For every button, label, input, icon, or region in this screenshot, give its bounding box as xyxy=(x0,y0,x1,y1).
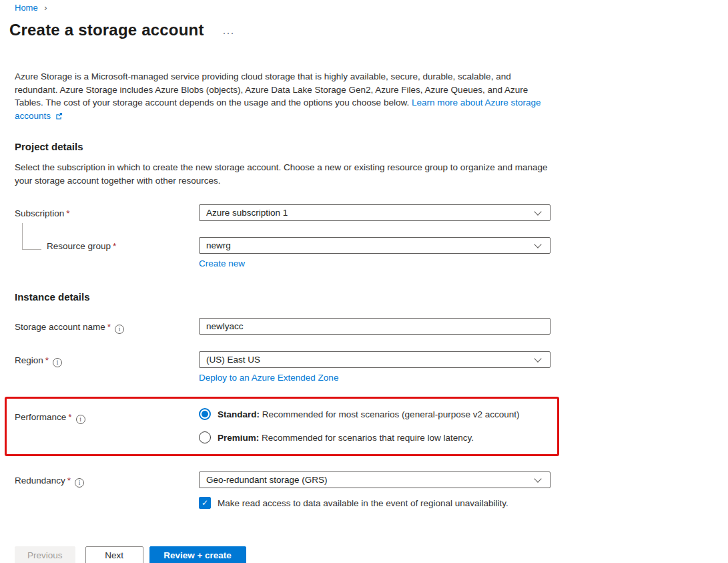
review-create-button[interactable]: Review + create xyxy=(149,546,246,563)
required-asterisk: * xyxy=(113,241,116,251)
checkbox-label: Make read access to data available in th… xyxy=(218,498,508,508)
project-details-description: Select the subscription in which to crea… xyxy=(15,161,549,187)
resource-group-value: newrg xyxy=(206,240,231,250)
subscription-label: Subscription xyxy=(15,208,64,218)
next-button[interactable]: Next xyxy=(85,546,143,563)
storage-account-name-input[interactable] xyxy=(199,318,551,335)
read-access-checkbox-row[interactable]: ✓ Make read access to data available in … xyxy=(199,497,551,509)
required-asterisk: * xyxy=(66,208,69,218)
performance-option-premium[interactable]: Premium: Recommended for scenarios that … xyxy=(199,431,551,443)
create-new-link[interactable]: Create new xyxy=(199,258,245,268)
subscription-dropdown[interactable]: Azure subscription 1 xyxy=(199,204,551,221)
region-value: (US) East US xyxy=(206,355,260,365)
chevron-down-icon xyxy=(534,208,541,215)
performance-row: Performance*i Standard: Recommended for … xyxy=(15,405,557,443)
performance-label: Performance xyxy=(15,412,66,422)
intro-paragraph: Azure Storage is a Microsoft-managed ser… xyxy=(15,70,549,122)
option-name: Premium: xyxy=(218,433,259,443)
chevron-down-icon xyxy=(534,240,541,248)
instance-details-heading: Instance details xyxy=(15,291,713,303)
checkbox-checked-icon[interactable]: ✓ xyxy=(199,497,211,509)
previous-button[interactable]: Previous xyxy=(15,546,75,563)
subscription-value: Azure subscription 1 xyxy=(206,208,288,218)
info-icon[interactable]: i xyxy=(115,325,124,334)
chevron-down-icon xyxy=(534,355,541,362)
breadcrumb-home-link[interactable]: Home xyxy=(15,3,38,13)
external-link-icon xyxy=(55,110,63,118)
required-asterisk: * xyxy=(67,476,71,486)
info-icon[interactable]: i xyxy=(76,415,85,424)
resource-group-row: Resource group* newrg Create new xyxy=(15,237,713,268)
performance-option-standard[interactable]: Standard: Recommended for most scenarios… xyxy=(199,408,551,420)
page-title: Create a storage account xyxy=(9,21,204,39)
performance-highlight-box: Performance*i Standard: Recommended for … xyxy=(5,397,559,456)
option-name: Standard: xyxy=(218,409,260,419)
storage-account-name-label: Storage account name xyxy=(15,322,105,332)
info-icon[interactable]: i xyxy=(53,358,62,367)
storage-account-name-row: Storage account name*i xyxy=(15,318,713,335)
redundancy-label: Redundancy xyxy=(15,476,65,486)
create-storage-account-page: Home › Create a storage account ··· Azur… xyxy=(0,0,728,563)
required-asterisk: * xyxy=(45,355,49,365)
breadcrumb: Home › xyxy=(15,3,713,13)
project-details-heading: Project details xyxy=(15,141,713,152)
option-description: Recommended for scenarios that require l… xyxy=(262,433,474,443)
radio-selected-icon xyxy=(199,408,211,420)
azure-extended-zone-link[interactable]: Deploy to an Azure Extended Zone xyxy=(199,373,338,383)
region-row: Region*i (US) East US Deploy to an Azure… xyxy=(15,351,713,383)
resource-group-dropdown[interactable]: newrg xyxy=(199,237,551,254)
required-asterisk: * xyxy=(107,322,111,332)
option-description: Recommended for most scenarios (general-… xyxy=(262,409,520,419)
footer-actions: Previous Next Review + create xyxy=(15,546,713,563)
redundancy-row: Redundancy*i Geo-redundant storage (GRS)… xyxy=(15,472,713,509)
radio-unselected-icon xyxy=(199,431,211,443)
redundancy-value: Geo-redundant storage (GRS) xyxy=(206,475,328,485)
resource-group-label: Resource group xyxy=(47,241,111,251)
breadcrumb-chevron-icon: › xyxy=(44,3,47,13)
chevron-down-icon xyxy=(534,475,541,482)
region-dropdown[interactable]: (US) East US xyxy=(199,351,551,368)
required-asterisk: * xyxy=(68,412,71,422)
info-icon[interactable]: i xyxy=(75,478,84,488)
subscription-row: Subscription* Azure subscription 1 xyxy=(15,204,713,221)
redundancy-dropdown[interactable]: Geo-redundant storage (GRS) xyxy=(199,472,551,488)
region-label: Region xyxy=(15,355,43,365)
more-options-ellipsis-icon[interactable]: ··· xyxy=(223,27,235,38)
hierarchy-connector-line xyxy=(22,223,41,250)
